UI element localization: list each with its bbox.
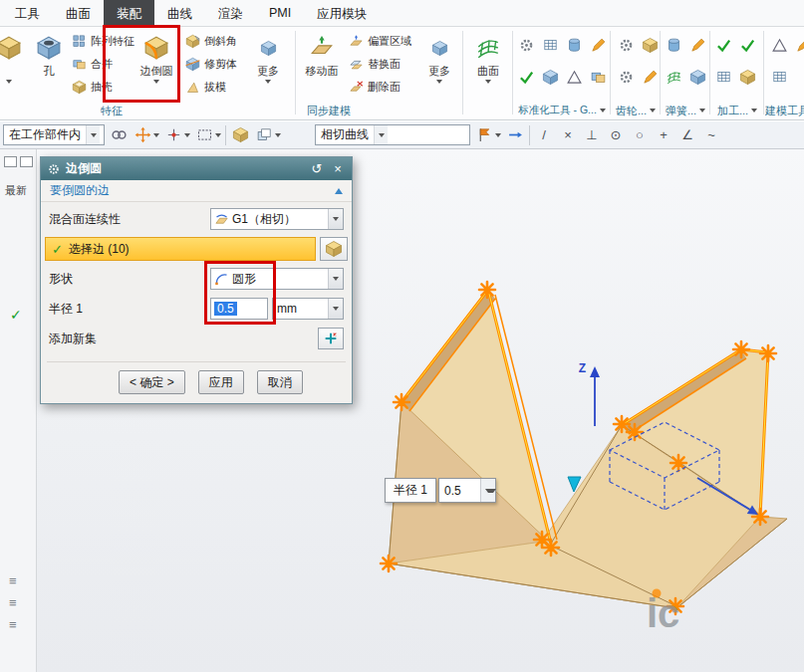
menu-pmi[interactable]: PMI <box>256 0 304 26</box>
layer-filter-tool[interactable] <box>254 125 281 145</box>
window-icon[interactable] <box>4 156 17 167</box>
move-handle-tool[interactable] <box>133 125 159 145</box>
delete-face-button[interactable]: 删除面 <box>349 77 411 98</box>
continuity-dropdown[interactable]: G1（相切） <box>210 208 344 230</box>
list-icon[interactable]: ≡ <box>9 617 17 632</box>
circle-tool-icon[interactable]: ○ <box>630 127 650 142</box>
collapse-chevron-icon <box>335 188 343 194</box>
toolbox-button[interactable] <box>588 67 608 87</box>
curve-rule-dropdown[interactable]: 相切曲线 <box>315 124 470 145</box>
ok-button[interactable]: < 确定 > <box>119 370 185 394</box>
section-edges-to-blend[interactable]: 要倒圆的边 <box>41 180 352 202</box>
group-label-standard-tools[interactable]: 标准化工具 - G... <box>512 103 612 118</box>
toolbox-button[interactable] <box>564 35 584 55</box>
machining-tool-button[interactable] <box>737 67 757 87</box>
group-label-gear[interactable]: 齿轮... <box>612 103 660 118</box>
add-new-set-button[interactable] <box>318 328 344 349</box>
spring-tool-button[interactable] <box>687 35 707 55</box>
shape-dropdown[interactable]: 圆形 <box>210 268 344 290</box>
gear-tool-button[interactable] <box>640 67 660 87</box>
select-body-button[interactable] <box>320 237 348 261</box>
radius-tag-field[interactable]: 0.5 <box>438 478 496 503</box>
group-label-machining[interactable]: 加工... <box>711 103 763 118</box>
line-tool-icon[interactable]: / <box>534 127 554 142</box>
radius-input[interactable]: 0.5 <box>210 298 268 320</box>
toolbox-button[interactable] <box>588 35 608 55</box>
toolbox-button[interactable] <box>564 67 584 87</box>
check-icon: ✓ <box>52 242 63 257</box>
modeling-tool-button[interactable] <box>769 35 789 55</box>
menu-curve[interactable]: 曲线 <box>154 0 205 26</box>
spring-tool-button[interactable] <box>664 35 683 55</box>
marquee-select-tool[interactable] <box>194 125 221 145</box>
spring-tool-button[interactable] <box>687 67 707 87</box>
window-icon[interactable] <box>20 156 33 167</box>
reset-button[interactable]: ↺ <box>309 161 325 176</box>
dialog-titlebar[interactable]: 边倒圆 ↺ × <box>41 157 352 180</box>
add-new-set-row: 添加新集 <box>49 326 344 351</box>
pattern-feature-button[interactable]: 阵列特征 <box>72 31 134 52</box>
replace-face-button[interactable]: 替换面 <box>349 54 411 75</box>
flag-tool[interactable] <box>474 125 501 145</box>
group-divider <box>660 31 661 114</box>
machining-tool-button[interactable] <box>713 35 733 55</box>
list-icon[interactable]: ≡ <box>9 595 17 610</box>
list-icon[interactable]: ≡ <box>9 573 17 588</box>
menu-surface[interactable]: 曲面 <box>53 0 104 26</box>
link-scope-icon[interactable] <box>109 125 129 145</box>
toolbox-button[interactable] <box>516 35 536 55</box>
toolbox-button[interactable] <box>516 67 536 87</box>
group-label-spring[interactable]: 弹簧... <box>662 103 709 118</box>
toolbox-button[interactable] <box>540 67 560 87</box>
solid-body-filter-icon[interactable] <box>230 125 250 145</box>
radius-unit-dropdown[interactable]: mm <box>272 298 344 320</box>
machining-tool-button[interactable] <box>737 35 757 55</box>
chamfer-button[interactable]: 倒斜角 <box>185 31 237 52</box>
feature-more-button[interactable]: 更多 <box>247 29 289 101</box>
circular-shape-icon <box>214 272 229 287</box>
apply-button[interactable]: 应用 <box>198 370 244 394</box>
toolbox-button[interactable] <box>540 35 560 55</box>
trim-body-button[interactable]: 修剪体 <box>185 54 237 75</box>
machining-tool-button[interactable] <box>713 67 733 87</box>
draft-button[interactable]: 拔模 <box>185 77 237 98</box>
selection-scope-dropdown[interactable]: 在工作部件内 <box>3 124 105 145</box>
perpendicular-tool-icon[interactable]: ⊥ <box>582 127 602 142</box>
cube-icon <box>689 69 706 86</box>
shell-button[interactable]: 抽壳 <box>72 77 134 98</box>
edge-blend-button[interactable]: 边倒圆 <box>134 29 179 101</box>
chamfer-icon <box>185 34 200 49</box>
cancel-button[interactable]: 取消 <box>257 370 303 394</box>
sync-more-button[interactable]: 更多 <box>418 29 460 101</box>
angle-tool-icon[interactable]: ∠ <box>677 127 697 142</box>
svg-text:ic: ic <box>647 591 679 635</box>
surface-button[interactable]: 曲面 <box>466 29 510 101</box>
more-icon <box>260 40 277 57</box>
gear-tool-button[interactable] <box>616 67 636 87</box>
modeling-tool-button[interactable] <box>793 35 804 55</box>
close-button[interactable]: × <box>330 161 346 176</box>
nx-application-window: 工具 曲面 装配 曲线 渲染 PMI 应用模块 孔 阵列特征 合并 抽壳 边倒圆… <box>0 0 804 672</box>
spring-tool-button[interactable] <box>664 67 683 87</box>
point-tool-icon[interactable]: + <box>654 127 673 142</box>
select-edge-active-field[interactable]: ✓ 选择边 (10) <box>45 237 316 261</box>
group-label-modeling[interactable]: 建模工具 <box>765 103 804 118</box>
menu-render[interactable]: 渲染 <box>205 0 256 26</box>
menu-application[interactable]: 应用模块 <box>304 0 380 26</box>
unite-button[interactable]: 合并 <box>72 54 134 75</box>
dropdown-arrow-icon <box>751 109 757 112</box>
menu-tools[interactable]: 工具 <box>2 0 53 26</box>
circle-center-tool-icon[interactable]: ⊙ <box>606 127 626 142</box>
gear-tool-button[interactable] <box>616 35 636 55</box>
cross-tool-icon[interactable]: × <box>558 127 578 142</box>
combo-arrow-icon <box>480 479 495 502</box>
move-face-button[interactable]: 移动面 <box>299 29 345 101</box>
menu-assembly[interactable]: 装配 <box>104 0 154 26</box>
curve-tool-icon[interactable]: ~ <box>701 127 721 142</box>
snap-point-tool[interactable] <box>163 125 190 145</box>
arrow-tool-icon[interactable] <box>505 125 525 145</box>
modeling-tool-button[interactable] <box>769 67 789 87</box>
hole-button[interactable]: 孔 <box>26 29 72 101</box>
gear-tool-button[interactable] <box>640 35 660 55</box>
offset-region-button[interactable]: 偏置区域 <box>349 31 411 52</box>
